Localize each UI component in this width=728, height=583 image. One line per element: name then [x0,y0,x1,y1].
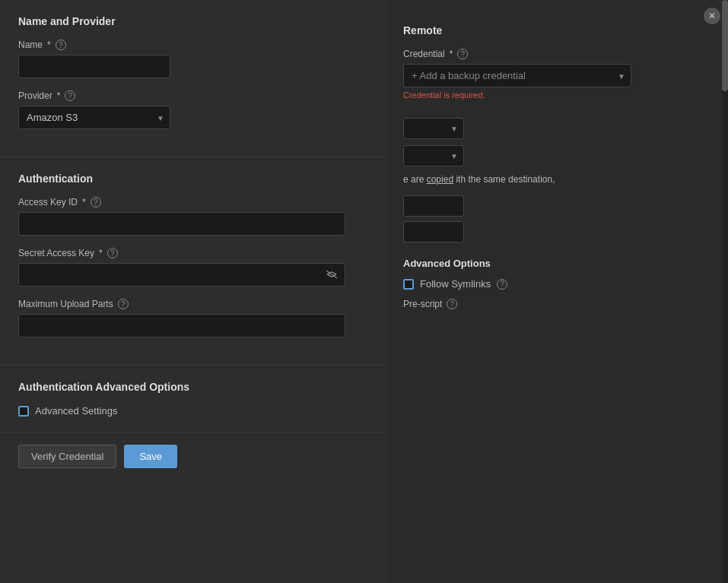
advanced-settings-checkbox[interactable] [18,406,29,417]
advanced-settings-label: Advanced Settings [35,405,117,417]
name-provider-title: Name and Provider [18,15,370,27]
secret-key-field-group: Secret Access Key * ? [18,248,370,287]
follow-symlinks-wrapper: Follow Symlinks ? [403,278,713,290]
credential-select-wrapper: + Add a backup credential ▼ [403,64,631,87]
right-panel: ✕ Remote Credential * ? + Add a backup c… [388,0,728,583]
verify-credential-button[interactable]: Verify Credential [18,445,116,468]
copy-text: e are copied ith the same destination, [403,173,713,186]
provider-select-wrapper: Amazon S3 Azure Blob Google Cloud S3 Com… [18,106,170,129]
secret-key-input[interactable] [18,263,345,287]
small-select-2[interactable] [403,145,464,166]
eye-slash-icon[interactable] [326,269,338,281]
credential-required-star: * [450,49,453,59]
provider-field-group: Provider * ? Amazon S3 Azure Blob Google… [18,90,370,129]
pre-script-help-icon[interactable]: ? [447,299,457,309]
small-select-1[interactable] [403,118,464,139]
authentication-title: Authentication [18,173,370,185]
remote-section-title: Remote [403,24,713,36]
close-button[interactable]: ✕ [704,8,720,24]
max-upload-label: Maximum Upload Parts ? [18,299,370,309]
provider-required-star: * [57,90,61,101]
max-upload-field-group: Maximum Upload Parts ? [18,299,370,337]
footer-buttons: Verify Credential Save [0,432,388,480]
authentication-section: Authentication Access Key ID * ? Secret … [0,157,388,366]
credential-help-icon[interactable]: ? [457,49,468,59]
small-select-1-wrapper: ▼ [403,118,464,139]
save-button[interactable]: Save [124,445,177,468]
access-key-field-group: Access Key ID * ? [18,197,370,236]
access-key-label: Access Key ID * ? [18,197,370,208]
credential-select[interactable]: + Add a backup credential [403,64,631,87]
secret-key-help-icon[interactable]: ? [107,248,118,258]
secret-key-label: Secret Access Key * ? [18,248,370,258]
small-select-2-wrapper: ▼ [403,145,464,166]
provider-help-icon[interactable]: ? [65,90,75,101]
name-field-group: Name * ? [18,40,370,78]
close-icon: ✕ [708,11,716,21]
advanced-settings-wrapper: Advanced Settings [18,405,370,417]
name-help-icon[interactable]: ? [56,40,66,50]
provider-select[interactable]: Amazon S3 Azure Blob Google Cloud S3 Com… [18,106,170,129]
credential-error: Credential is required. [403,90,713,100]
provider-field-label: Provider * ? [18,90,370,101]
right-input-1[interactable] [403,195,464,217]
advanced-options-title: Advanced Options [403,258,713,269]
name-field-label: Name * ? [18,40,370,50]
name-input[interactable] [18,55,170,78]
follow-symlinks-checkbox[interactable] [403,279,414,290]
access-key-help-icon[interactable]: ? [91,197,101,208]
follow-symlinks-label: Follow Symlinks [420,278,491,290]
pre-script-label: Pre-script ? [403,299,713,309]
secret-key-required-star: * [99,248,103,258]
follow-symlinks-help-icon[interactable]: ? [497,279,507,290]
right-input-2[interactable] [403,221,464,242]
scrollbar-thumb[interactable] [722,0,728,91]
name-provider-section: Name and Provider Name * ? Provider * ? … [0,0,388,157]
credential-label: Credential * ? [403,49,713,59]
left-modal-panel: Name and Provider Name * ? Provider * ? … [0,0,388,583]
auth-advanced-section: Authentication Advanced Options Advanced… [0,366,388,432]
auth-advanced-title: Authentication Advanced Options [18,381,370,393]
max-upload-help-icon[interactable]: ? [118,299,129,309]
scrollbar-track [722,0,728,583]
access-key-input[interactable] [18,212,345,236]
access-key-required-star: * [82,197,86,208]
name-required-star: * [47,40,51,50]
max-upload-input[interactable] [18,314,345,337]
